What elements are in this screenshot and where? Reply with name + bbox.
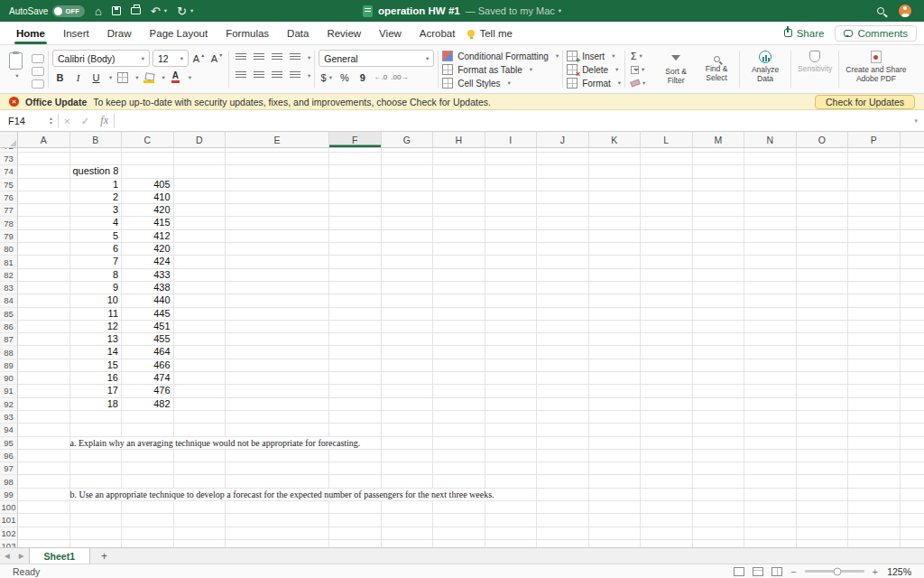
cell-N88[interactable]	[744, 346, 797, 359]
cell-C101[interactable]	[122, 514, 174, 527]
row-header-102[interactable]: 102	[0, 527, 18, 540]
analyze-data-button[interactable]: Analyze Data	[744, 48, 787, 90]
cell-I73[interactable]	[485, 153, 538, 165]
cell-P93[interactable]	[848, 411, 901, 424]
cell-D96[interactable]	[174, 450, 226, 462]
cell-B91[interactable]: 17	[70, 385, 123, 397]
cell-D89[interactable]	[174, 359, 226, 372]
cell-F84[interactable]	[329, 294, 382, 307]
cell-K77[interactable]	[589, 204, 642, 217]
cell-P103[interactable]	[848, 540, 901, 547]
cell-B90[interactable]: 16	[70, 372, 123, 385]
cell-G100[interactable]	[382, 501, 434, 514]
cell-M85[interactable]	[693, 308, 745, 321]
cell-J89[interactable]	[537, 359, 589, 372]
cell-A74[interactable]	[18, 165, 70, 178]
cell-H95[interactable]	[433, 437, 485, 450]
cell-I87[interactable]	[485, 333, 538, 346]
cell-O92[interactable]	[797, 398, 849, 411]
cell-J75[interactable]	[537, 179, 589, 191]
cell-G94[interactable]	[382, 424, 434, 436]
cell-N74[interactable]	[744, 165, 797, 178]
cell-styles-button[interactable]: Cell Styles▾	[442, 78, 559, 89]
cell-N79[interactable]	[744, 230, 797, 243]
bold-button[interactable]: B	[52, 70, 68, 85]
cell-L93[interactable]	[641, 411, 693, 424]
row-header-92[interactable]: 92	[0, 398, 18, 411]
cell-F102[interactable]	[329, 527, 382, 540]
tab-insert[interactable]: Insert	[54, 22, 98, 44]
formula-input[interactable]	[115, 110, 914, 131]
column-header-O[interactable]: O	[797, 132, 849, 147]
cell-M84[interactable]	[693, 294, 745, 307]
increase-font-size-button[interactable]: A▲	[191, 51, 207, 66]
cell-P80[interactable]	[848, 243, 901, 256]
cell-G102[interactable]	[382, 527, 434, 540]
cell-H86[interactable]	[433, 321, 485, 333]
cell-J80[interactable]	[537, 243, 589, 256]
cell-M83[interactable]	[693, 282, 745, 294]
cell-G96[interactable]	[382, 450, 434, 462]
cell-G82[interactable]	[382, 269, 434, 282]
name-box[interactable]: F14 ▲▼	[0, 110, 58, 131]
cell-A92[interactable]	[18, 398, 70, 411]
sort-filter-button[interactable]: Sort & Filter	[657, 50, 695, 86]
cell-C90[interactable]: 474	[122, 372, 174, 385]
cell-F86[interactable]	[329, 321, 382, 333]
insert-function-icon[interactable]: fx	[95, 114, 114, 127]
cell-A89[interactable]	[18, 359, 70, 372]
cell-G88[interactable]	[382, 346, 434, 359]
cell-J82[interactable]	[537, 269, 589, 282]
cell-O75[interactable]	[797, 179, 849, 191]
cell-O78[interactable]	[797, 217, 849, 229]
format-as-table-button[interactable]: Format as Table▾	[442, 64, 559, 75]
cell-A82[interactable]	[18, 269, 70, 282]
insert-cells-button[interactable]: + Insert▾	[567, 51, 621, 61]
cell-G93[interactable]	[382, 411, 434, 424]
cell-O97[interactable]	[797, 462, 849, 475]
cell-L101[interactable]	[641, 514, 693, 527]
cell-L77[interactable]	[641, 204, 693, 217]
cell-P102[interactable]	[848, 527, 901, 540]
cell-C83[interactable]: 438	[122, 282, 174, 294]
cell-P82[interactable]	[848, 269, 901, 282]
cell-N89[interactable]	[744, 359, 797, 372]
column-header-K[interactable]: K	[589, 132, 642, 147]
cell-E88[interactable]	[226, 346, 329, 359]
cell-O98[interactable]	[797, 475, 849, 488]
cell-H77[interactable]	[433, 204, 485, 217]
font-name-select[interactable]: Calibri (Body)▾	[52, 50, 150, 67]
column-header-G[interactable]: G	[382, 132, 434, 147]
cell-M95[interactable]	[693, 437, 745, 450]
cell-A73[interactable]	[18, 153, 70, 165]
cell-G74[interactable]	[382, 165, 434, 178]
cell-B100[interactable]	[70, 501, 123, 514]
merge-center-icon[interactable]	[287, 68, 302, 83]
cell-L81[interactable]	[641, 256, 693, 268]
cell-H98[interactable]	[433, 475, 485, 488]
cell-P86[interactable]	[848, 321, 901, 333]
cell-I89[interactable]	[485, 359, 538, 372]
cell-F81[interactable]	[329, 256, 382, 268]
cell-M91[interactable]	[693, 385, 745, 397]
row-header-79[interactable]: 79	[0, 230, 18, 243]
cell-J85[interactable]	[537, 308, 589, 321]
cell-K95[interactable]	[589, 437, 642, 450]
autosave-toggle[interactable]: AutoSave OFF	[9, 5, 85, 17]
cell-M90[interactable]	[693, 372, 745, 385]
cell-J98[interactable]	[537, 475, 589, 488]
cell-C103[interactable]	[122, 540, 174, 547]
cell-K99[interactable]	[589, 489, 642, 501]
save-status-caret-icon[interactable]: ▾	[559, 7, 561, 14]
cell-C84[interactable]: 440	[122, 294, 174, 307]
cell-J88[interactable]	[537, 346, 589, 359]
home-icon[interactable]: ⌂	[95, 5, 102, 17]
cell-N75[interactable]	[744, 179, 797, 191]
cell-A88[interactable]	[18, 346, 70, 359]
row-header-94[interactable]: 94	[0, 424, 18, 436]
cell-L103[interactable]	[641, 540, 693, 547]
cell-H82[interactable]	[433, 269, 485, 282]
cell-L86[interactable]	[641, 321, 693, 333]
sheet-tab-sheet1[interactable]: Sheet1	[29, 548, 90, 564]
cell-E91[interactable]	[226, 385, 329, 397]
